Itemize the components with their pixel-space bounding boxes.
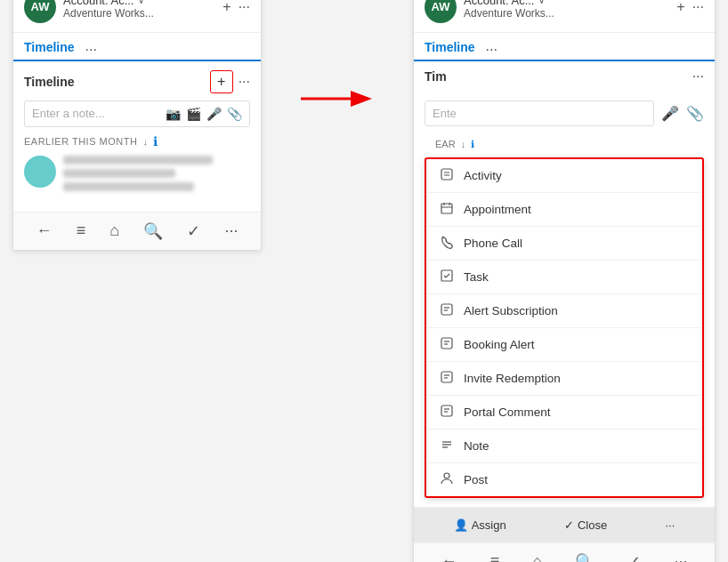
- assign-button[interactable]: 👤 Assign: [447, 515, 514, 535]
- appointment-label: Appointment: [464, 203, 531, 216]
- right-section-header: EAR ↓ ℹ: [414, 132, 715, 157]
- dropdown-item-appointment[interactable]: Appointment: [426, 193, 702, 227]
- left-panel: AW Account: Ac... ∨ Adventure Works... +…: [12, 0, 262, 251]
- left-header-info: Account: Ac... ∨ Adventure Works...: [63, 0, 215, 20]
- left-panel-header: AW Account: Ac... ∨ Adventure Works... +…: [13, 0, 261, 33]
- svg-rect-13: [441, 338, 452, 349]
- right-note-input[interactable]: Ente: [425, 100, 654, 126]
- info-icon[interactable]: ℹ: [153, 134, 158, 149]
- arrow-container: [297, 88, 377, 109]
- right-add-button[interactable]: +: [676, 0, 684, 15]
- phone-call-label: Phone Call: [464, 237, 522, 250]
- post-icon: [439, 471, 455, 488]
- left-add-button[interactable]: +: [222, 0, 231, 15]
- left-nav-check-icon[interactable]: ✓: [187, 221, 200, 241]
- portal-comment-label: Portal Comment: [464, 405, 551, 419]
- camera-icon[interactable]: 📷: [166, 107, 181, 121]
- right-more-button[interactable]: ···: [692, 0, 704, 15]
- left-nav-more-icon[interactable]: ···: [224, 221, 238, 240]
- dropdown-item-invite-redemption[interactable]: Invite Redemption: [426, 362, 702, 396]
- activity-icon: [439, 167, 455, 184]
- left-account-name: Account: Ac...: [63, 0, 134, 7]
- left-bottom-nav: ← ≡ ⌂ 🔍 ✓ ···: [13, 212, 261, 250]
- left-header-title: Account: Ac... ∨: [63, 0, 215, 7]
- dropdown-item-activity[interactable]: Activity: [426, 159, 702, 193]
- left-nav-search-icon[interactable]: 🔍: [143, 221, 163, 241]
- right-avatar: AW: [425, 0, 457, 23]
- right-panel-header: AW Account: Ac... ∨ Adventure Works... +…: [414, 0, 715, 33]
- right-note-placeholder: Ente: [433, 107, 457, 120]
- right-header-title: Account: Ac... ∨: [464, 0, 669, 7]
- dropdown-menu: Activity Appointment Phone Call: [425, 157, 704, 498]
- left-timeline-add-button[interactable]: +: [210, 70, 233, 93]
- left-blurred-content: [63, 156, 250, 196]
- right-bottom-nav: ← ≡ ⌂ 🔍 ✓ ···: [414, 542, 715, 563]
- assign-icon: 👤: [454, 518, 468, 532]
- blurred-line-1: [63, 156, 213, 165]
- right-nav-check-icon[interactable]: ✓: [627, 552, 641, 563]
- right-info-icon[interactable]: ℹ: [471, 139, 474, 150]
- mic-icon[interactable]: 🎤: [206, 107, 222, 121]
- left-nav-back-icon[interactable]: ←: [36, 221, 53, 240]
- left-blurred-item-1: [24, 156, 250, 196]
- left-note-input[interactable]: Enter a note... 📷 🎬 🎤 📎: [24, 100, 250, 127]
- right-timeline-title: Tim: [425, 69, 447, 84]
- svg-rect-16: [441, 372, 452, 382]
- svg-point-25: [444, 473, 449, 478]
- right-note-row: Ente 🎤 📎: [414, 95, 715, 132]
- blurred-line-3: [63, 182, 194, 191]
- dropdown-item-alert-subscription[interactable]: Alert Subscription: [426, 294, 702, 328]
- portal-comment-icon: [439, 404, 455, 421]
- attach-icon[interactable]: 📎: [227, 107, 242, 121]
- alert-subscription-icon: [439, 302, 455, 319]
- dropdown-item-phone-call[interactable]: Phone Call: [426, 227, 702, 261]
- right-nav-menu-icon[interactable]: ≡: [490, 552, 500, 562]
- left-chevron-icon[interactable]: ∨: [138, 0, 144, 5]
- left-more-button[interactable]: ···: [239, 0, 250, 15]
- right-nav-more-icon[interactable]: ···: [674, 552, 687, 562]
- dropdown-item-portal-comment[interactable]: Portal Comment: [426, 396, 702, 430]
- sort-icon[interactable]: ↓: [142, 136, 148, 147]
- right-content-top: Tim ···: [414, 61, 715, 95]
- alert-subscription-label: Alert Subscription: [464, 304, 558, 317]
- right-chevron-icon[interactable]: ∨: [538, 0, 545, 5]
- dropdown-item-task[interactable]: Task: [426, 261, 702, 294]
- right-timeline-more-button[interactable]: ···: [692, 68, 704, 84]
- svg-rect-19: [441, 405, 452, 416]
- note-label: Note: [464, 439, 489, 453]
- right-attach-icon[interactable]: 📎: [686, 105, 704, 122]
- right-mic-icon[interactable]: 🎤: [661, 105, 679, 122]
- left-panel-content: Timeline + ··· Enter a note... 📷 🎬 🎤 📎 E: [13, 61, 261, 212]
- svg-rect-5: [441, 204, 452, 213]
- right-sort-icon[interactable]: ↓: [461, 139, 466, 149]
- close-checkmark-icon: ✓: [564, 518, 574, 532]
- footer-more-button[interactable]: ···: [658, 515, 682, 535]
- left-timeline-tab[interactable]: Timeline: [24, 40, 75, 61]
- appointment-icon: [439, 201, 455, 218]
- left-tab-more-button[interactable]: ···: [85, 42, 97, 58]
- arrow-svg: [297, 88, 377, 109]
- left-nav-menu-icon[interactable]: ≡: [77, 221, 86, 240]
- right-panel: AW Account: Ac... ∨ Adventure Works... +…: [413, 0, 716, 562]
- right-panel-footer: 👤 Assign ✓ Close ···: [414, 507, 715, 542]
- dropdown-item-booking-alert[interactable]: Booking Alert: [426, 328, 702, 362]
- left-timeline-more-button[interactable]: ···: [239, 74, 250, 90]
- left-timeline-title: Timeline: [24, 75, 75, 89]
- assign-label: Assign: [472, 518, 506, 532]
- left-section-label-text: EARLIER THIS MONTH: [24, 136, 137, 147]
- right-nav-home-icon[interactable]: ⌂: [532, 552, 542, 562]
- task-label: Task: [464, 270, 489, 284]
- right-tab-more-button[interactable]: ···: [486, 42, 497, 58]
- close-button[interactable]: ✓ Close: [557, 515, 614, 535]
- right-nav-back-icon[interactable]: ←: [441, 552, 457, 562]
- dropdown-item-note[interactable]: Note: [426, 430, 702, 463]
- dropdown-item-post[interactable]: Post: [426, 463, 702, 496]
- svg-rect-9: [441, 270, 452, 281]
- right-timeline-tab[interactable]: Timeline: [425, 40, 475, 61]
- footer-more-label: ···: [665, 518, 675, 532]
- left-nav-home-icon[interactable]: ⌂: [109, 221, 119, 240]
- left-header-subtitle: Adventure Works...: [63, 7, 215, 20]
- blurred-line-2: [63, 169, 175, 178]
- video-icon[interactable]: 🎬: [186, 107, 201, 121]
- right-nav-search-icon[interactable]: 🔍: [575, 552, 595, 563]
